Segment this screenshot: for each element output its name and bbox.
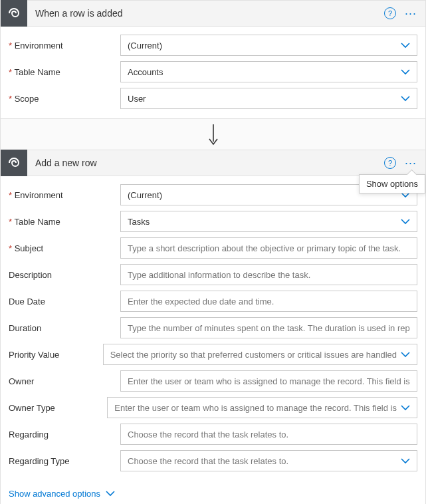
help-icon[interactable]: ? — [384, 157, 396, 169]
duration-label: Duration — [9, 323, 120, 333]
chevron-down-icon — [401, 68, 410, 75]
environment-label: Environment — [9, 190, 120, 200]
chevron-down-icon — [401, 404, 410, 411]
scope-label: Scope — [9, 94, 120, 104]
duration-input[interactable] — [120, 317, 417, 338]
flow-arrow — [0, 119, 426, 150]
description-input[interactable] — [120, 264, 417, 285]
chevron-down-icon — [401, 218, 410, 225]
regardingtype-select[interactable]: Choose the record that the task relates … — [120, 450, 417, 471]
tablename-label: Table Name — [9, 67, 120, 77]
scope-select[interactable]: User — [120, 88, 417, 109]
tablename-select[interactable]: Accounts — [120, 61, 417, 82]
action-header[interactable]: Add a new row ? ··· Show options — [1, 150, 425, 176]
duedate-input[interactable] — [120, 291, 417, 312]
ownertype-label: Owner Type — [9, 403, 107, 413]
priority-label: Priority Value — [9, 350, 103, 360]
subject-input[interactable] — [120, 237, 417, 259]
regarding-input[interactable] — [120, 424, 417, 445]
owner-input[interactable] — [120, 370, 417, 392]
chevron-down-icon — [106, 489, 115, 499]
chevron-down-icon — [401, 351, 410, 358]
show-advanced-options[interactable]: Show advanced options — [1, 481, 425, 504]
tablename-select[interactable]: Tasks — [120, 211, 417, 232]
environment-label: Environment — [9, 41, 120, 51]
owner-label: Owner — [9, 376, 120, 386]
trigger-header[interactable]: When a row is added ? ··· — [1, 0, 425, 27]
subject-label: Subject — [9, 243, 120, 253]
regarding-label: Regarding — [9, 430, 120, 440]
description-label: Description — [9, 270, 120, 280]
trigger-card: When a row is added ? ··· Environment (C… — [0, 0, 426, 119]
action-title: Add a new row — [27, 158, 384, 168]
more-options-icon[interactable]: ··· — [401, 7, 420, 19]
trigger-title: When a row is added — [27, 8, 384, 19]
more-options-icon[interactable]: ··· — [401, 157, 420, 169]
chevron-down-icon — [401, 42, 410, 49]
duedate-label: Due Date — [9, 297, 120, 307]
environment-select[interactable]: (Current) — [120, 35, 417, 56]
more-options-tooltip: Show options — [359, 174, 425, 193]
help-icon[interactable]: ? — [384, 7, 396, 19]
chevron-down-icon — [401, 95, 410, 102]
dataverse-icon — [1, 150, 27, 176]
chevron-down-icon — [401, 457, 410, 464]
dataverse-icon — [1, 0, 27, 27]
tablename-label: Table Name — [9, 217, 120, 227]
show-advanced-label: Show advanced options — [9, 489, 100, 499]
priority-select[interactable]: Select the priority so that preferred cu… — [103, 344, 417, 365]
ownertype-select[interactable]: Enter the user or team who is assigned t… — [107, 397, 417, 418]
regardingtype-label: Regarding Type — [9, 456, 120, 466]
action-card: Add a new row ? ··· Show options Environ… — [0, 150, 426, 504]
